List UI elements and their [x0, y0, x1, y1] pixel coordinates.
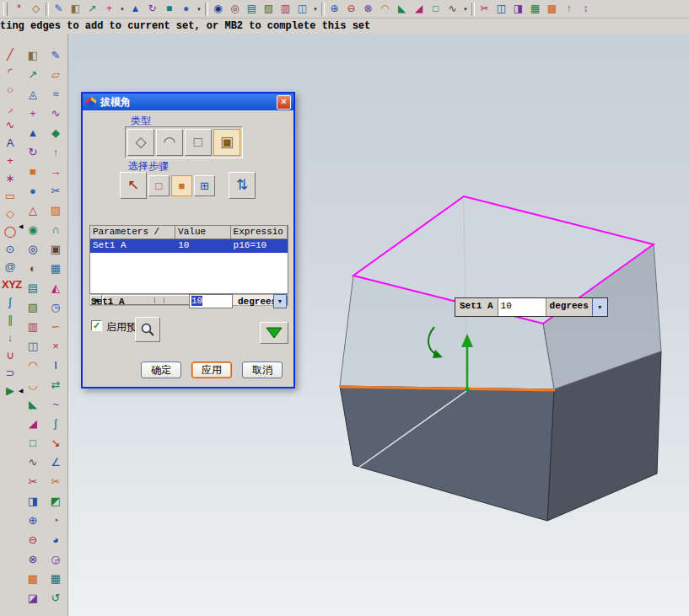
parameters-table[interactable]: Parameters / Value Expressio Set1 A 10 p… [89, 225, 288, 294]
close-icon[interactable]: × [277, 95, 291, 110]
draft-to-parting-edge-icon[interactable]: ▣ [213, 129, 240, 156]
thread-icon[interactable]: ∿ [445, 2, 460, 16]
unite-icon[interactable]: ⊕ [24, 511, 41, 530]
extension-icon[interactable]: → [47, 162, 64, 181]
pocket-icon[interactable]: ▤ [245, 2, 259, 16]
through-curves-icon[interactable]: ≈ [47, 84, 64, 104]
point-set-icon[interactable]: ∗ [2, 169, 19, 187]
model-front-face[interactable] [340, 386, 554, 521]
fill-surface-icon[interactable]: ▨ [47, 201, 64, 220]
block-icon[interactable]: ■ [162, 2, 176, 16]
cancel-button[interactable]: 取消 [242, 362, 283, 378]
ok-button[interactable]: 确定 [141, 362, 181, 378]
hole-icon[interactable]: ◉ [211, 2, 225, 16]
work-plane-icon[interactable]: ◇ [29, 2, 43, 16]
thicken-icon[interactable]: ▣ [47, 239, 64, 259]
analyze-face-icon[interactable]: ◔ [47, 511, 64, 530]
groove-icon[interactable]: ◫ [295, 2, 310, 16]
datum-axis-icon[interactable]: ↗ [24, 65, 41, 84]
split-icon[interactable]: ◨ [24, 491, 41, 511]
curvature-icon[interactable]: ◕ [47, 530, 64, 549]
pad-icon[interactable]: ▧ [261, 2, 276, 16]
direction-icon[interactable]: ▶ [2, 382, 19, 399]
snap-point-icon[interactable]: * [12, 2, 26, 16]
dropdown-arrow-icon[interactable]: ▼ [119, 7, 126, 12]
stationary-edge-icon[interactable]: □ [148, 175, 170, 196]
mirror-body-icon[interactable]: ◨ [511, 2, 525, 16]
point-feature-icon[interactable]: + [24, 104, 41, 123]
x-form-icon[interactable]: × [47, 336, 64, 356]
draft-tangent-to-faces-icon[interactable]: □ [185, 129, 212, 156]
pad-icon[interactable]: ▧ [24, 297, 41, 317]
intersect-icon[interactable]: ⊗ [361, 2, 375, 16]
column-header-value[interactable]: Value [175, 226, 230, 239]
column-header-expression[interactable]: Expressio [231, 226, 288, 239]
toolbar-collapse-icon[interactable]: ◀ [19, 388, 23, 394]
line-icon[interactable]: ╱ [2, 46, 19, 63]
apply-button[interactable]: 应用 [191, 362, 232, 378]
sphere-icon[interactable]: ◉ [24, 220, 41, 239]
trim-body-icon[interactable]: ✂ [477, 2, 492, 16]
pocket-icon[interactable]: ▤ [24, 278, 41, 297]
mirror-feature-icon[interactable]: ◪ [24, 588, 41, 608]
chamfer-icon[interactable]: ◣ [24, 394, 41, 414]
toolbar-grip[interactable] [3, 3, 8, 16]
ellipse-icon[interactable]: ◯ [2, 222, 19, 240]
draft-from-plane-icon[interactable]: ◇ [127, 129, 154, 156]
chamfer-icon[interactable]: ◣ [395, 2, 409, 16]
thread-icon[interactable]: ∿ [24, 453, 41, 472]
law-extension-icon[interactable]: ∠ [47, 453, 64, 472]
cone-icon[interactable]: △ [24, 201, 41, 220]
hole-icon[interactable]: ◎ [24, 239, 41, 259]
split-body-icon[interactable]: ◫ [494, 2, 509, 16]
extrude-icon[interactable]: ▲ [128, 2, 143, 16]
n-sided-icon[interactable]: ◆ [47, 123, 64, 142]
ruled-icon[interactable]: ▱ [47, 65, 64, 84]
draft-icon[interactable]: ◢ [24, 414, 41, 433]
i-form-icon[interactable]: I [47, 356, 64, 375]
preview-button[interactable] [135, 317, 160, 342]
faces-to-draft-icon[interactable]: ■ [171, 175, 192, 196]
unite-icon[interactable]: ⊕ [327, 2, 342, 16]
edge-blend-icon[interactable]: ◠ [378, 2, 392, 16]
circle-point-icon[interactable]: ⊙ [2, 240, 19, 258]
datum-plane-icon[interactable]: ◧ [68, 2, 83, 16]
column-header-parameters[interactable]: Parameters / [90, 226, 175, 239]
sketch-icon[interactable]: ✎ [51, 2, 66, 16]
section-analysis-icon[interactable]: ◶ [47, 549, 64, 569]
offset-surface-icon[interactable]: ↑ [47, 142, 64, 162]
boss-icon[interactable]: ◐ [24, 259, 41, 278]
table-row-selected[interactable]: Set1 A 10 p16=10 [90, 239, 288, 253]
bridge-curve-icon[interactable]: ∪ [2, 346, 19, 364]
scale-body-icon[interactable]: ↕ [579, 2, 593, 16]
cylinder-icon[interactable]: ● [24, 181, 41, 201]
csys-icon[interactable]: XYZ [2, 276, 19, 293]
point-icon[interactable]: + [2, 152, 19, 169]
add-new-set-icon[interactable]: ⊞ [194, 175, 215, 196]
deform-icon[interactable]: ∽ [47, 317, 64, 336]
cylinder-icon[interactable]: ● [179, 2, 193, 16]
bridge-surface-icon[interactable]: ∩ [47, 220, 64, 239]
edge-blend-icon[interactable]: ◠ [24, 356, 41, 375]
join-curve-icon[interactable]: ⊃ [2, 364, 19, 382]
offset-face-icon[interactable]: ↑ [562, 2, 576, 16]
instance-array-icon[interactable]: ▦ [528, 2, 542, 16]
dialog-titlebar[interactable]: 拔模角 × [83, 94, 293, 110]
intersect-icon[interactable]: ⊗ [24, 549, 41, 569]
groove-icon[interactable]: ◫ [24, 336, 41, 356]
revolve-icon[interactable]: ↻ [24, 142, 41, 162]
spline-icon[interactable]: ∿ [2, 116, 19, 134]
rectangle-icon[interactable]: ▭ [2, 187, 19, 205]
onscreen-angle-input[interactable]: 10 [498, 298, 546, 316]
trim-icon[interactable]: ✂ [24, 472, 41, 491]
extrude-icon[interactable]: ▲ [24, 123, 41, 142]
subtract-icon[interactable]: ⊖ [24, 530, 41, 549]
law-curve-icon[interactable]: ∫ [2, 293, 19, 311]
dropdown-arrow-icon[interactable]: ▼ [312, 7, 319, 12]
enlarge-icon[interactable]: ↘ [47, 433, 64, 453]
project-curve-icon[interactable]: ↓ [2, 329, 19, 346]
grid-analysis-icon[interactable]: ▦ [47, 569, 64, 588]
angle-input[interactable]: 10 [189, 294, 233, 308]
face-blend-icon[interactable]: ◡ [24, 375, 41, 394]
polygon-icon[interactable]: ◇ [2, 205, 19, 222]
